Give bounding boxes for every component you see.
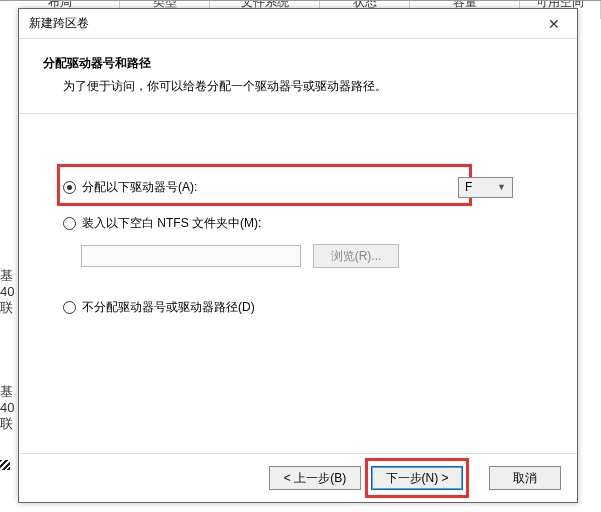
next-button-label: 下一步(N) >	[386, 470, 449, 487]
back-button[interactable]: < 上一步(B)	[269, 466, 361, 490]
option-mount-folder[interactable]: 装入以下空白 NTFS 文件夹中(M):	[63, 208, 533, 238]
radio-none-icon	[63, 301, 76, 314]
close-icon: ✕	[548, 16, 560, 32]
wizard-subheading: 为了便于访问，你可以给卷分配一个驱动器号或驱动器路径。	[43, 78, 553, 95]
new-spanned-volume-dialog: 新建跨区卷 ✕ 分配驱动器号和路径 为了便于访问，你可以给卷分配一个驱动器号或驱…	[18, 8, 578, 503]
wizard-heading: 分配驱动器号和路径	[43, 55, 553, 72]
mount-path-input	[81, 245, 301, 267]
wizard-body: 分配以下驱动器号(A): F ▼ 装入以下空白 NTFS 文件夹中(M): 浏览…	[19, 114, 577, 453]
drive-letter-select[interactable]: F ▼	[458, 177, 513, 198]
option-none-label: 不分配驱动器号或驱动器路径(D)	[82, 299, 255, 316]
radio-assign-icon	[63, 181, 76, 194]
dialog-title: 新建跨区卷	[29, 15, 531, 32]
wizard-footer: < 上一步(B) 下一步(N) > 取消	[19, 453, 577, 502]
mount-folder-row: 浏览(R)...	[81, 244, 533, 268]
browse-button: 浏览(R)...	[313, 244, 399, 268]
back-button-label: < 上一步(B)	[284, 470, 346, 487]
close-button[interactable]: ✕	[531, 9, 577, 39]
option-assign-drive-letter[interactable]: 分配以下驱动器号(A): F ▼	[63, 172, 533, 202]
radio-mount-icon	[63, 217, 76, 230]
option-no-assignment[interactable]: 不分配驱动器号或驱动器路径(D)	[63, 292, 533, 322]
chevron-down-icon: ▼	[497, 182, 506, 192]
option-assign-label: 分配以下驱动器号(A):	[82, 179, 197, 196]
option-mount-label: 装入以下空白 NTFS 文件夹中(M):	[82, 215, 261, 232]
drive-letter-value: F	[465, 180, 472, 194]
next-button[interactable]: 下一步(N) >	[371, 466, 463, 490]
titlebar: 新建跨区卷 ✕	[19, 9, 577, 39]
wizard-header: 分配驱动器号和路径 为了便于访问，你可以给卷分配一个驱动器号或驱动器路径。	[19, 39, 577, 114]
cancel-button[interactable]: 取消	[489, 466, 561, 490]
browse-button-label: 浏览(R)...	[331, 248, 382, 265]
parent-disk-label-1: 基 40 联	[0, 268, 18, 316]
cancel-button-label: 取消	[513, 470, 537, 487]
parent-disk-label-2: 基 40 联	[0, 384, 18, 432]
parent-legend-strip	[0, 460, 10, 470]
